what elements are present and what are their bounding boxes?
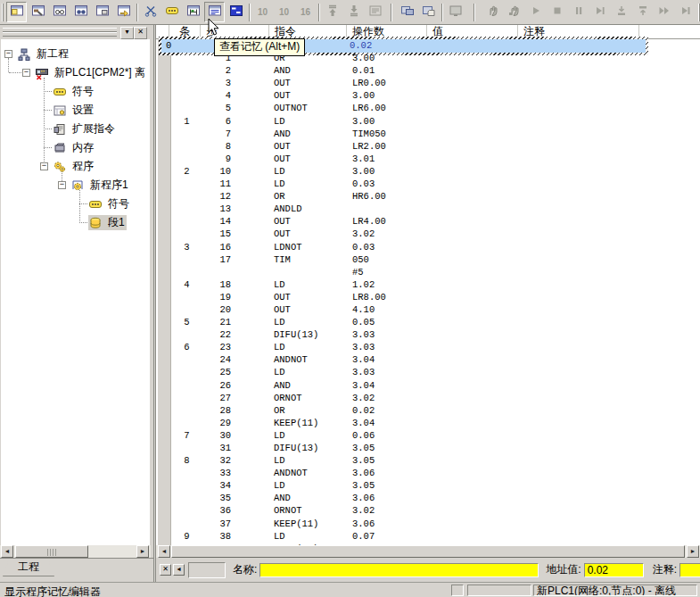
tree-item-expansion-instructions[interactable]: 扩展指令	[1, 120, 150, 138]
work-online-button[interactable]	[397, 2, 417, 22]
tab-project[interactable]: 工程	[3, 560, 54, 576]
dock-gripper[interactable]	[3, 32, 117, 37]
mnemonic-row[interactable]: 29KEEP(11)3.04	[171, 417, 700, 429]
mnemonic-row[interactable]: 22DIFU(13)3.03	[171, 328, 700, 341]
workspace-horizontal-scrollbar[interactable]: ◄ ►	[0, 545, 151, 558]
mnemonic-row[interactable]: 31DIFU(13)3.05	[171, 442, 700, 454]
project-workspace-toggle-button[interactable]	[6, 2, 27, 22]
cell-com	[520, 316, 641, 328]
mnemonic-row[interactable]: 36ORNOT3.02	[171, 504, 700, 517]
find-report-button[interactable]	[70, 2, 91, 22]
mnemonic-row[interactable]: 25LD3.03	[171, 366, 700, 378]
mnemonic-row[interactable]: 2AND0.01	[171, 64, 700, 77]
workspace-close-button[interactable]: ✕	[134, 27, 147, 39]
ladder-view-button[interactable]	[183, 2, 203, 22]
collapse-icon[interactable]: −	[4, 50, 12, 58]
mnemonic-row[interactable]: 24ANDNOT3.04	[171, 353, 700, 366]
mnemonic-row[interactable]: 19OUTLR8.00	[171, 291, 700, 303]
mnemonic-row[interactable]: 7ANDTIM050	[171, 128, 700, 140]
cell-instr	[271, 266, 349, 278]
mnemonic-row[interactable]: 3OUTLR0.00	[171, 77, 700, 89]
scroll-left-button[interactable]: ◄	[1, 545, 13, 558]
cell-instr: KEEP(11)	[271, 518, 349, 530]
mnemonic-row[interactable]: 623LD3.03	[171, 341, 700, 353]
scrollbar-thumb[interactable]	[171, 545, 685, 558]
cell-com	[520, 64, 641, 77]
mnemonic-row[interactable]: 34LD3.05	[171, 479, 700, 492]
symbol-table-button[interactable]	[161, 2, 182, 22]
mnemonic-row[interactable]: 521LD0.05	[171, 316, 700, 328]
cell-rung	[171, 228, 202, 240]
tree-item-programs[interactable]: − 程序	[1, 157, 150, 176]
mnemonic-row[interactable]: 28OR0.02	[171, 404, 700, 417]
tree-item-project[interactable]: − 新工程	[1, 45, 150, 63]
download-icon	[347, 4, 361, 21]
application-window: 101016 ▾ ✕ − 新工程	[0, 0, 700, 597]
mnemonic-row[interactable]: 4OUT3.00	[171, 89, 700, 102]
compile-button[interactable]	[28, 2, 48, 22]
mnemonic-row[interactable]: 14OUTLR4.00	[171, 215, 700, 228]
mnemonic-row[interactable]: 20OUT4.10	[171, 303, 700, 316]
scroll-right-button[interactable]: ►	[687, 545, 699, 558]
mnemonic-row[interactable]: 316LDNOT0.03	[171, 241, 700, 253]
comment-input[interactable]	[679, 563, 700, 577]
scroll-left-button[interactable]: ◄	[158, 545, 170, 558]
tree-item-memory[interactable]: 内存	[1, 138, 150, 157]
mnemonic-row[interactable]: 210LD3.00	[171, 165, 700, 178]
mnemonic-row[interactable]: #5	[171, 266, 700, 278]
tree-item-section1[interactable]: 段1	[1, 213, 150, 232]
cell-com	[520, 543, 641, 545]
mnemonic-row[interactable]: 17TIM050	[171, 253, 700, 266]
hand2-icon	[507, 4, 522, 21]
mnemonic-row[interactable]: 35AND3.06	[171, 492, 700, 504]
tree-item-plc[interactable]: − 新PLC1[CPM2*] 离	[1, 63, 150, 82]
tree-item-program1[interactable]: − 新程序1	[1, 176, 150, 195]
tree-item-symbols-local[interactable]: 符号	[1, 195, 150, 213]
mnemonic-row[interactable]: 39DIFU(13)3.07	[171, 543, 700, 545]
address-value-input[interactable]	[584, 563, 644, 577]
mnemonic-row[interactable]: 5OUTNOTLR6.00	[171, 102, 700, 114]
cell-com	[520, 165, 641, 178]
mnemonic-row[interactable]: 418LD1.02	[171, 278, 700, 291]
tree-item-settings[interactable]: 设置	[1, 101, 150, 120]
mnemonic-row[interactable]: 37KEEP(11)3.06	[171, 518, 700, 530]
editor-horizontal-scrollbar[interactable]: ◄ ►	[155, 545, 700, 558]
work-online-simulator-button[interactable]	[418, 2, 439, 22]
scroll-right-button[interactable]: ►	[136, 545, 149, 558]
cell-instr: OUT	[271, 228, 349, 240]
mnemonic-row[interactable]: 11LD0.03	[171, 178, 700, 190]
toolbar-gripper[interactable]	[2, 4, 4, 21]
name-input[interactable]	[259, 563, 539, 577]
address-reference-button[interactable]	[113, 2, 134, 22]
watch-window-button[interactable]	[49, 2, 70, 22]
cell-val	[429, 479, 520, 492]
mnemonic-row[interactable]: 730LD0.06	[171, 429, 700, 442]
mnemonic-row[interactable]: 12ORHR6.00	[171, 190, 700, 203]
mnemonic-row[interactable]: 832LD3.05	[171, 454, 700, 467]
mnemonic-row[interactable]: 16LD3.00	[171, 115, 700, 128]
mnemonic-row[interactable]: 9OUT3.01	[171, 153, 700, 165]
mnemonic-row[interactable]: 15OUT3.02	[171, 228, 700, 240]
mnemonic-row[interactable]: 8OUTLR2.00	[171, 140, 700, 153]
mnemonic-row[interactable]: 938LD0.07	[171, 530, 700, 543]
collapse-icon[interactable]: −	[22, 69, 30, 77]
cell-rung: 3	[171, 241, 202, 253]
cell-op: 3.00	[349, 165, 429, 178]
infobar-empty-field[interactable]	[188, 562, 226, 578]
cell-rung	[171, 492, 202, 504]
infobar-close-button[interactable]: ✕	[160, 564, 171, 576]
mnemonic-row[interactable]: 13ANDLD	[171, 203, 700, 215]
cross-reference-button[interactable]	[140, 2, 161, 22]
infobar-collapse-button[interactable]: ◂	[173, 564, 185, 576]
mnemonic-row[interactable]: 33ANDNOT3.06	[171, 467, 700, 479]
workspace-dock-header[interactable]: ▾ ✕	[0, 25, 153, 39]
mnemonic-row[interactable]: 26AND3.04	[171, 379, 700, 392]
tree-item-symbols[interactable]: 符号	[1, 82, 150, 101]
collapse-icon[interactable]: −	[58, 181, 66, 189]
collapse-icon[interactable]: −	[40, 162, 48, 170]
scrollbar-thumb[interactable]	[15, 545, 88, 558]
io-comment-view-button[interactable]	[226, 2, 246, 22]
output-window-button[interactable]	[92, 2, 112, 22]
dock-menu-button[interactable]: ▾	[120, 27, 134, 39]
mnemonic-row[interactable]: 27ORNOT3.02	[171, 392, 700, 404]
